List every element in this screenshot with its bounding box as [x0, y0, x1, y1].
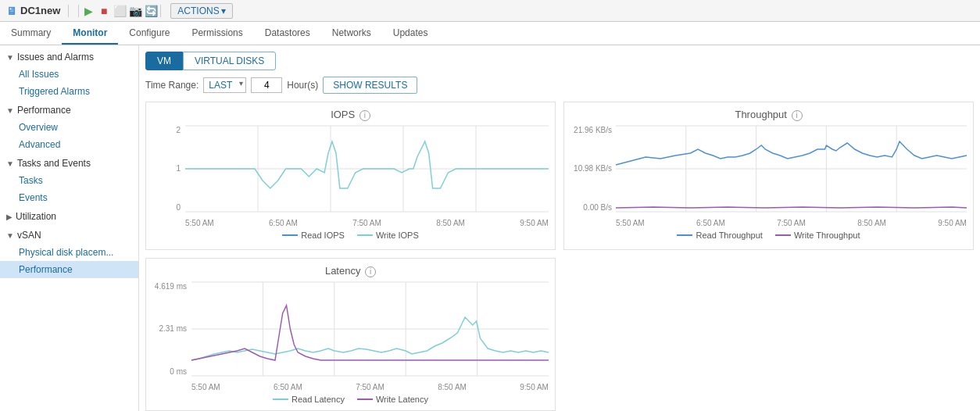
arrow-issues: ▼: [6, 53, 14, 62]
last-select[interactable]: LAST: [203, 77, 246, 93]
latency-svg: [191, 282, 549, 376]
tab-networks[interactable]: Networks: [321, 22, 382, 45]
actions-menu[interactable]: ACTIONS ▾: [170, 3, 232, 19]
sidebar-item-tasks[interactable]: Tasks: [0, 172, 138, 189]
time-range-label: Time Range:: [145, 80, 199, 91]
throughput-title: Throughput i: [570, 109, 967, 121]
hours-input[interactable]: [251, 77, 282, 93]
stop-icon[interactable]: ■: [98, 5, 110, 17]
latency-chart-area: 4.619 ms 2.31 ms 0 ms: [152, 282, 549, 391]
top-charts-row: IOPS i 2 1 0: [145, 102, 974, 250]
dc-icon: 🖥: [6, 5, 17, 17]
app-title: 🖥 DC1new: [6, 5, 69, 17]
header: 🖥 DC1new ▶ ■ ⬜ 📷 🔄 ACTIONS ▾: [0, 0, 980, 22]
throughput-chart: Throughput i 21.96 KB/s 10.98 KB/s 0.00 …: [563, 102, 974, 250]
hours-unit: Hour(s): [287, 80, 318, 91]
throughput-chart-area: 21.96 KB/s 10.98 KB/s 0.00 B/s: [570, 126, 967, 227]
sidebar-section-issues: ▼ Issues and Alarms All Issues Triggered…: [0, 48, 138, 100]
write-throughput-line: [775, 234, 791, 236]
iops-y-axis: 2 1 0: [152, 126, 182, 212]
sidebar-item-physical-disk[interactable]: Physical disk placem...: [0, 244, 138, 261]
snapshot-icon[interactable]: 📷: [129, 5, 141, 17]
title-text: DC1new: [20, 5, 60, 16]
time-range-bar: Time Range: LAST Hour(s) SHOW RESULTS: [145, 77, 974, 94]
tab-configure[interactable]: Configure: [118, 22, 181, 45]
write-latency-line: [357, 398, 373, 400]
iops-title: IOPS i: [152, 109, 549, 121]
show-results-button[interactable]: SHOW RESULTS: [323, 77, 417, 94]
iops-chart: IOPS i 2 1 0: [145, 102, 556, 250]
iops-legend: Read IOPS Write IOPS: [152, 231, 549, 240]
throughput-x-axis: 5:50 AM 6:50 AM 7:50 AM 8:50 AM 9:50 AM: [616, 219, 967, 227]
throughput-read-legend: Read Throughput: [677, 231, 762, 240]
iops-read-legend: Read IOPS: [282, 231, 345, 240]
sidebar-item-all-issues[interactable]: All Issues: [0, 66, 138, 83]
latency-y-axis: 4.619 ms 2.31 ms 0 ms: [152, 282, 188, 376]
sidebar-item-advanced[interactable]: Advanced: [0, 136, 138, 153]
play-icon[interactable]: ▶: [82, 5, 95, 17]
iops-x-axis: 5:50 AM 6:50 AM 7:50 AM 8:50 AM 9:50 AM: [185, 219, 549, 227]
iops-chart-area: 2 1 0: [152, 126, 549, 227]
latency-info-icon[interactable]: i: [365, 266, 376, 277]
arrow-performance: ▼: [6, 106, 14, 115]
arrow-tasks: ▼: [6, 159, 14, 168]
latency-read-legend: Read Latency: [273, 395, 345, 404]
sidebar-section-performance: ▼ Performance Overview Advanced: [0, 102, 138, 153]
latency-chart: Latency i 4.619 ms 2.31 ms 0 ms: [145, 258, 556, 411]
vm-toggle-button[interactable]: VM: [145, 52, 183, 70]
tab-updates[interactable]: Updates: [382, 22, 439, 45]
main-layout: ▼ Issues and Alarms All Issues Triggered…: [0, 45, 980, 411]
view-toggle: VM VIRTUAL DISKS: [145, 52, 974, 70]
write-iops-line: [357, 234, 373, 236]
sidebar-header-tasks[interactable]: ▼ Tasks and Events: [0, 155, 138, 172]
nav-tabs: Summary Monitor Configure Permissions Da…: [0, 22, 980, 45]
latency-legend: Read Latency Write Latency: [152, 395, 549, 404]
throughput-write-legend: Write Throughput: [775, 231, 860, 240]
sidebar-item-events[interactable]: Events: [0, 189, 138, 206]
tab-permissions[interactable]: Permissions: [181, 22, 253, 45]
throughput-legend: Read Throughput Write Throughput: [570, 231, 967, 240]
migrate-icon[interactable]: 🔄: [145, 5, 157, 17]
throughput-y-axis: 21.96 KB/s 10.98 KB/s 0.00 B/s: [570, 126, 613, 212]
sidebar-section-tasks: ▼ Tasks and Events Tasks Events: [0, 155, 138, 206]
divider: [78, 5, 79, 17]
throughput-svg: [616, 126, 967, 212]
sidebar-header-utilization[interactable]: ▶ Utilization: [0, 208, 138, 225]
iops-svg: [185, 126, 549, 212]
latency-x-axis: 5:50 AM 6:50 AM 7:50 AM 8:50 AM 9:50 AM: [191, 383, 549, 391]
tab-datastores[interactable]: Datastores: [254, 22, 321, 45]
throughput-info-icon[interactable]: i: [792, 110, 803, 121]
read-iops-line: [282, 234, 298, 236]
actions-button[interactable]: ACTIONS ▾: [170, 3, 232, 19]
read-latency-line: [273, 398, 288, 400]
tab-monitor[interactable]: Monitor: [62, 22, 118, 45]
toolbar-icons: ▶ ■ ⬜ 📷 🔄: [82, 5, 157, 17]
divider2: [160, 5, 161, 17]
sidebar-section-utilization: ▶ Utilization: [0, 208, 138, 225]
last-select-wrap[interactable]: LAST: [203, 77, 246, 93]
iops-write-legend: Write IOPS: [357, 231, 419, 240]
vm-icon[interactable]: ⬜: [113, 5, 126, 17]
sidebar-item-performance[interactable]: Performance: [0, 261, 138, 278]
sidebar-header-performance[interactable]: ▼ Performance: [0, 102, 138, 119]
arrow-utilization: ▶: [6, 213, 13, 221]
virtual-disks-toggle-button[interactable]: VIRTUAL DISKS: [183, 52, 276, 70]
latency-title: Latency i: [152, 265, 549, 277]
sidebar: ▼ Issues and Alarms All Issues Triggered…: [0, 45, 139, 411]
iops-info-icon[interactable]: i: [359, 110, 370, 121]
sidebar-header-vsan[interactable]: ▼ vSAN: [0, 227, 138, 244]
tab-summary[interactable]: Summary: [0, 22, 62, 45]
sidebar-item-triggered-alarms[interactable]: Triggered Alarms: [0, 83, 138, 100]
content-area: VM VIRTUAL DISKS Time Range: LAST Hour(s…: [139, 45, 980, 411]
sidebar-item-overview[interactable]: Overview: [0, 119, 138, 136]
read-throughput-line: [677, 234, 692, 236]
sidebar-header-issues[interactable]: ▼ Issues and Alarms: [0, 48, 138, 66]
sidebar-section-vsan: ▼ vSAN Physical disk placem... Performan…: [0, 227, 138, 278]
arrow-vsan: ▼: [6, 231, 14, 240]
latency-write-legend: Write Latency: [357, 395, 428, 404]
bottom-charts-row: Latency i 4.619 ms 2.31 ms 0 ms: [145, 258, 974, 411]
